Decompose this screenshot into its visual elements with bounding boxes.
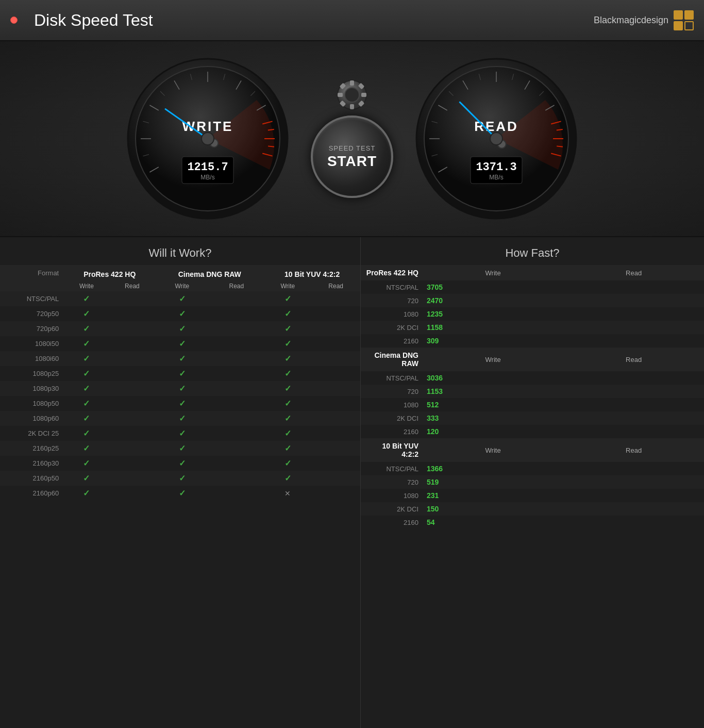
format-label: 2K DCI 25: [0, 426, 64, 441]
check-cell: [109, 426, 156, 441]
fast-data-row: NTSC/PAL3036: [361, 371, 704, 385]
check-cell: ✓: [264, 291, 311, 306]
check-cell: [311, 411, 360, 426]
will-table-row: 720p50✓✓✓: [0, 306, 360, 321]
check-cell: ✓: [155, 306, 209, 321]
check-cell: ✓: [64, 441, 109, 456]
fast-row-label: 2160: [361, 425, 423, 438]
svg-rect-30: [350, 80, 354, 86]
fast-section-header: ProRes 422 HQWriteRead: [361, 265, 704, 280]
format-label: 2160p50: [0, 471, 64, 486]
check-cell: [109, 366, 156, 381]
gear-icon: [337, 79, 367, 110]
fast-write-val: 512: [423, 398, 563, 411]
write-gauge: WRITE 1215.7 MB/s: [115, 51, 300, 226]
check-cell: ✓: [64, 366, 109, 381]
fast-read-val: [563, 425, 704, 438]
fast-section-name: ProRes 422 HQ: [361, 265, 423, 280]
check-cell: [311, 456, 360, 471]
svg-rect-32: [338, 93, 343, 97]
fast-row-label: 2160: [361, 516, 423, 529]
fast-write-val: 309: [423, 334, 563, 348]
check-cell: ✓: [64, 426, 109, 441]
check-cell: [109, 396, 156, 411]
fast-row-label: 720: [361, 294, 423, 307]
how-fast-panel: How Fast? ProRes 422 HQWriteReadNTSC/PAL…: [361, 237, 704, 728]
close-button[interactable]: [10, 16, 18, 24]
fast-data-row: 2160309: [361, 334, 704, 348]
check-cell: ✓: [64, 471, 109, 486]
check-cell: [209, 351, 264, 366]
speed-test-main-label: START: [327, 153, 377, 170]
check-cell: [311, 336, 360, 351]
will-table-row: 2160p50✓✓✓: [0, 471, 360, 486]
fast-section-name: 10 Bit YUV 4:2:2: [361, 438, 423, 462]
fast-data-row: NTSC/PAL3705: [361, 280, 704, 294]
check-cell: ✓: [155, 456, 209, 471]
check-cell: ✓: [264, 426, 311, 441]
fast-row-label: 720: [361, 385, 423, 398]
check-cell: [209, 306, 264, 321]
check-cell: [109, 351, 156, 366]
fast-write-val: 1158: [423, 321, 563, 334]
check-cell: ✓: [64, 291, 109, 306]
check-cell: ✓: [155, 321, 209, 336]
format-label: 1080p25: [0, 366, 64, 381]
prores-write-head: Write: [64, 281, 109, 291]
check-cell: ✓: [155, 411, 209, 426]
check-cell: ✓: [264, 381, 311, 396]
fast-data-row: 7202470: [361, 294, 704, 307]
fast-row-label: 720: [361, 475, 423, 489]
check-cell: [209, 396, 264, 411]
fast-read-val: [563, 502, 704, 516]
check-cell: [209, 426, 264, 441]
check-cell: [109, 411, 156, 426]
check-cell: [109, 306, 156, 321]
fast-write-val: 2470: [423, 294, 563, 307]
check-cell: ✓: [264, 336, 311, 351]
fast-write-val: 3036: [423, 371, 563, 385]
svg-rect-31: [350, 104, 354, 109]
fast-row-label: 2K DCI: [361, 321, 423, 334]
format-label: 720p50: [0, 306, 64, 321]
fast-write-val: 1235: [423, 307, 563, 321]
check-cell: [209, 291, 264, 306]
check-cell: ✓: [64, 396, 109, 411]
svg-point-64: [490, 133, 502, 145]
check-cell: [109, 486, 156, 501]
title-bar: Disk Speed Test Blackmagicdesign: [0, 0, 704, 41]
check-cell: ✓: [64, 321, 109, 336]
fast-row-label: 2160: [361, 334, 423, 348]
check-cell: ✓: [264, 471, 311, 486]
check-cell: ✓: [264, 306, 311, 321]
check-cell: ✓: [155, 366, 209, 381]
fast-row-label: NTSC/PAL: [361, 371, 423, 385]
check-cell: ✓: [64, 456, 109, 471]
fast-data-row: 1080512: [361, 398, 704, 411]
check-cell: ✓: [264, 441, 311, 456]
fast-row-label: 1080: [361, 489, 423, 502]
svg-text:MB/s: MB/s: [489, 174, 503, 181]
fast-row-label: 1080: [361, 398, 423, 411]
fast-write-val: 1366: [423, 462, 563, 475]
check-cell: [209, 486, 264, 501]
check-cell: ✓: [264, 321, 311, 336]
check-cell: [311, 426, 360, 441]
format-label: 2160p60: [0, 486, 64, 501]
format-label: 1080i50: [0, 336, 64, 351]
check-cell: ✓: [64, 381, 109, 396]
fast-section-header: Cinema DNG RAWWriteRead: [361, 348, 704, 371]
fast-read-val: [563, 462, 704, 475]
yuv-write-head: Write: [264, 281, 311, 291]
fast-data-row: 7201153: [361, 385, 704, 398]
check-cell: [109, 441, 156, 456]
cinemadng-read-head: Read: [209, 281, 264, 291]
check-cell: ✓: [155, 441, 209, 456]
brand-logo: Blackmagicdesign: [594, 10, 694, 30]
speed-test-start-button[interactable]: SPEED TEST START: [311, 115, 393, 198]
svg-text:1215.7: 1215.7: [187, 161, 228, 174]
check-cell: ✓: [64, 411, 109, 426]
fast-read-val: [563, 280, 704, 294]
format-label: 1080i60: [0, 351, 64, 366]
app-title: Disk Speed Test: [34, 11, 153, 30]
